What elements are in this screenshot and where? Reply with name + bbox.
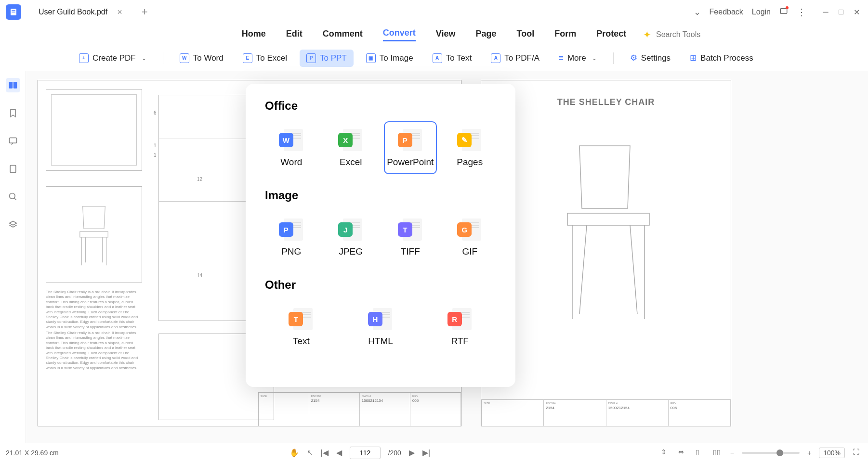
- svg-point-8: [9, 193, 15, 199]
- format-icon: ✎: [455, 128, 484, 152]
- new-tab-button[interactable]: +: [142, 6, 148, 18]
- format-label: Pages: [457, 157, 483, 167]
- title-block-right: SIZE FSCM#2154 DWG #1500212154 REV005: [481, 399, 731, 426]
- section-office-title: Office: [265, 99, 496, 113]
- format-icon: P: [277, 218, 306, 242]
- menu-protect[interactable]: Protect: [596, 29, 626, 41]
- chair-illustration: [543, 136, 669, 329]
- search-sidebar-icon[interactable]: [6, 190, 20, 204]
- zoom-out-icon[interactable]: −: [730, 449, 734, 457]
- format-icon: P: [396, 128, 425, 152]
- feedback-link[interactable]: Feedback: [710, 8, 743, 16]
- settings-button[interactable]: ⚙ Settings: [623, 49, 677, 67]
- menu-comment[interactable]: Comment: [323, 29, 363, 41]
- create-pdf-button[interactable]: + Create PDF ⌄: [72, 50, 153, 67]
- kebab-menu-icon[interactable]: ⋮: [797, 6, 806, 18]
- format-rtf[interactable]: R RTF: [423, 300, 496, 353]
- format-icon: W: [277, 128, 306, 152]
- last-page-icon[interactable]: ▶|: [422, 448, 430, 457]
- format-text[interactable]: T Text: [265, 300, 338, 353]
- menu-convert[interactable]: Convert: [383, 28, 416, 41]
- more-button[interactable]: ≡ More ⌄: [552, 50, 604, 67]
- left-sidebar: [0, 71, 26, 443]
- section-image-title: Image: [265, 189, 496, 202]
- format-word[interactable]: W Word: [265, 121, 318, 174]
- format-png[interactable]: P PNG: [265, 211, 318, 264]
- format-label: Text: [293, 336, 310, 346]
- statusbar: 21.01 X 29.69 cm ✋ ↖ |◀ ◀ /200 ▶ ▶| ⇕ ⇔ …: [0, 443, 868, 462]
- format-gif[interactable]: G GIF: [444, 211, 497, 264]
- page-dimensions: 21.01 X 29.69 cm: [6, 449, 59, 457]
- to-excel-button[interactable]: E To Excel: [236, 50, 294, 67]
- menu-form[interactable]: Form: [554, 29, 576, 41]
- to-word-button[interactable]: W To Word: [173, 50, 230, 67]
- dim-1b: 1: [154, 153, 157, 158]
- format-label: PNG: [281, 246, 301, 257]
- menu-home[interactable]: Home: [242, 29, 266, 41]
- format-jpeg[interactable]: J JPEG: [325, 211, 378, 264]
- to-image-button[interactable]: ▣ To Image: [359, 50, 420, 67]
- gear-icon: ⚙: [630, 53, 637, 63]
- menu-tool[interactable]: Tool: [517, 29, 535, 41]
- format-powerpoint[interactable]: P PowerPoint: [384, 121, 437, 174]
- text-icon: A: [433, 53, 442, 63]
- format-label: Word: [280, 157, 302, 167]
- first-page-icon[interactable]: |◀: [321, 448, 329, 457]
- svg-rect-4: [9, 82, 13, 88]
- menu-page[interactable]: Page: [476, 29, 497, 41]
- chevron-down-icon[interactable]: ⌄: [694, 7, 701, 17]
- search-tools-input[interactable]: [656, 30, 723, 39]
- attachment-icon[interactable]: [6, 162, 20, 176]
- format-icon: H: [366, 307, 395, 331]
- image-icon: ▣: [366, 53, 376, 63]
- format-excel[interactable]: X Excel: [325, 121, 378, 174]
- format-tiff[interactable]: T TIFF: [384, 211, 437, 264]
- close-tab-icon[interactable]: ×: [117, 7, 122, 17]
- to-text-button[interactable]: A To Text: [426, 50, 479, 67]
- title-block: CHAIR SIZE FSCM#2154 DWG #1500212154 REV…: [258, 392, 461, 426]
- zoom-in-icon[interactable]: +: [807, 449, 811, 457]
- convert-format-popup: Office W Word X Excel P PowerPoint ✎ Pag…: [246, 84, 515, 387]
- svg-rect-1: [12, 10, 15, 11]
- select-tool-icon[interactable]: ↖: [307, 448, 313, 457]
- login-link[interactable]: Login: [752, 8, 771, 16]
- menu-view[interactable]: View: [436, 29, 456, 41]
- next-page-icon[interactable]: ▶: [409, 448, 415, 457]
- fit-height-icon[interactable]: ⇕: [661, 448, 671, 458]
- format-label: JPEG: [339, 246, 363, 257]
- close-window-icon[interactable]: ✕: [851, 6, 862, 18]
- zoom-slider[interactable]: [742, 452, 800, 454]
- fit-width-icon[interactable]: ⇔: [678, 448, 688, 458]
- fullscreen-icon[interactable]: ⛶: [853, 448, 862, 458]
- thumbnails-icon[interactable]: [6, 78, 20, 92]
- zoom-percent[interactable]: 100%: [819, 448, 845, 458]
- page-number-input[interactable]: [350, 447, 381, 459]
- menu-edit[interactable]: Edit: [286, 29, 302, 41]
- comment-sidebar-icon[interactable]: [6, 134, 20, 148]
- format-html[interactable]: H HTML: [344, 300, 417, 353]
- page-title: THE SHELLEY CHAIR: [481, 97, 731, 107]
- bulb-icon: ✦: [643, 29, 651, 40]
- minimize-icon[interactable]: ─: [820, 6, 831, 18]
- to-ppt-button[interactable]: P To PPT: [300, 50, 354, 67]
- bookmark-icon[interactable]: [6, 106, 20, 120]
- to-pdfa-button[interactable]: A To PDF/A: [484, 50, 546, 67]
- dim-6: 6: [154, 110, 157, 116]
- layers-icon[interactable]: [6, 218, 20, 232]
- logo-icon: [9, 8, 18, 16]
- svg-rect-2: [12, 12, 15, 13]
- batch-button[interactable]: ⊞ Batch Process: [683, 49, 760, 67]
- page-total: /200: [388, 449, 401, 457]
- notification-icon[interactable]: [779, 7, 788, 17]
- more-icon: ≡: [559, 53, 564, 63]
- format-pages[interactable]: ✎ Pages: [444, 121, 497, 174]
- hand-tool-icon[interactable]: ✋: [289, 448, 299, 457]
- format-label: RTF: [451, 336, 469, 346]
- app-logo[interactable]: [6, 4, 21, 20]
- single-page-icon[interactable]: ▯: [696, 448, 705, 458]
- format-icon: X: [336, 128, 365, 152]
- two-page-icon[interactable]: ▯▯: [713, 448, 723, 458]
- prev-page-icon[interactable]: ◀: [336, 448, 342, 457]
- maximize-icon[interactable]: □: [835, 6, 847, 18]
- document-tab[interactable]: User Guild Book.pdf ×: [30, 2, 131, 22]
